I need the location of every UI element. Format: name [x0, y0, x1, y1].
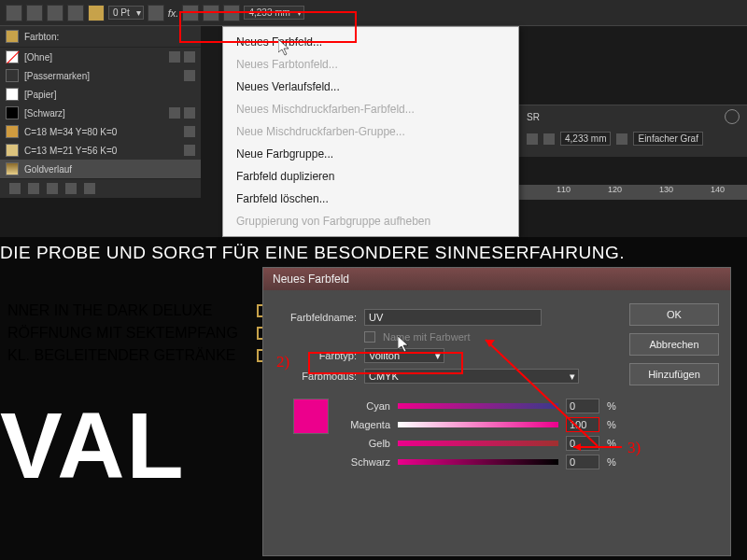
- annotation-2: 2): [276, 353, 289, 371]
- yellow-value[interactable]: 0: [566, 436, 599, 451]
- tool-icon[interactable]: [616, 133, 627, 145]
- black-swatch-icon: [6, 106, 19, 119]
- black-value[interactable]: 0: [566, 455, 599, 469]
- swatch-name: C=13 M=21 Y=56 K=0: [24, 146, 117, 156]
- edit-icon[interactable]: [169, 51, 180, 63]
- swatch-name: [Schwarz]: [24, 108, 65, 119]
- add-button[interactable]: Hinzufügen: [629, 363, 719, 385]
- dialog-title: Neues Farbfeld: [263, 268, 730, 290]
- search-icon[interactable]: [725, 109, 740, 124]
- swatch-row-cmyk2[interactable]: C=13 M=21 Y=56 K=0: [0, 141, 201, 160]
- tool-icon[interactable]: [6, 5, 22, 21]
- swatches-panel: Farbton: [Ohne] [Passermarken] [Papier] …: [0, 26, 201, 198]
- tool-icon[interactable]: [26, 5, 43, 21]
- name-with-value-checkbox[interactable]: [364, 331, 375, 343]
- magenta-value[interactable]: 100: [566, 417, 599, 432]
- swatch-row-gold[interactable]: Goldverlauf: [0, 160, 201, 178]
- swatch-name: Goldverlauf: [24, 164, 72, 175]
- ok-button[interactable]: OK: [629, 303, 719, 326]
- type-icon[interactable]: [184, 107, 195, 119]
- list-item: NNER IN THE DARK DELUXE: [7, 302, 212, 319]
- ruler-tick: 120: [571, 185, 622, 200]
- menu-new-tint: Neues Farbtonfeld...: [223, 53, 518, 76]
- tool-icon[interactable]: [543, 133, 555, 145]
- colormode-label: Farbmodus:: [275, 371, 357, 382]
- tool-icon[interactable]: [223, 5, 240, 21]
- edit-icon[interactable]: [169, 107, 180, 119]
- headline-text: DIE PROBE UND SORGT FÜR EINE BESONDERE S…: [0, 243, 747, 263]
- top-toolbar: 0 Pt fx. 4,233 mm: [0, 0, 747, 26]
- fx-icon[interactable]: [182, 5, 199, 21]
- stroke-weight-field[interactable]: 0 Pt: [108, 6, 144, 20]
- menu-new-group[interactable]: Neue Farbgruppe...: [223, 143, 518, 165]
- swatch-name: [Ohne]: [24, 52, 52, 63]
- tool-icon[interactable]: [47, 5, 63, 21]
- swatch-icon: [6, 125, 19, 138]
- horizontal-ruler: 110 120 130 140: [519, 185, 747, 200]
- ruler-tick: 140: [673, 185, 725, 200]
- cancel-button[interactable]: Abbrechen: [629, 333, 719, 356]
- ruler-tick: 110: [519, 185, 571, 200]
- trash-icon[interactable]: [84, 183, 95, 194]
- ruler-tick: 130: [622, 185, 673, 200]
- color-preview: [293, 399, 329, 434]
- menu-ungroup: Gruppierung von Farbgruppe aufheben: [223, 210, 518, 232]
- swatch-name: C=18 M=34 Y=80 K=0: [24, 127, 117, 137]
- swatch-name: [Papier]: [24, 90, 56, 100]
- none-swatch-icon: [6, 50, 19, 63]
- gradient-swatch-icon: [6, 162, 19, 175]
- registration-icon: [6, 69, 19, 82]
- menu-new-swatch[interactable]: Neues Farbfeld...: [223, 31, 518, 53]
- paper-swatch-icon: [6, 88, 19, 101]
- name-with-value-label: Name mit Farbwert: [383, 331, 471, 343]
- new-folder-icon[interactable]: [47, 183, 58, 194]
- magenta-slider[interactable]: [398, 422, 558, 427]
- yellow-label: Gelb: [338, 438, 390, 449]
- cursor-icon: [278, 39, 291, 56]
- new-swatch-dialog: Neues Farbfeld Farbfeldname: Name mit Fa…: [262, 267, 731, 556]
- menu-delete[interactable]: Farbfeld löschen...: [223, 188, 518, 210]
- new-swatch-icon[interactable]: [65, 183, 77, 194]
- preset-field[interactable]: Einfacher Graf: [633, 132, 702, 146]
- cursor-icon: [398, 336, 411, 353]
- type-icon[interactable]: [184, 51, 195, 63]
- swatch-row-none[interactable]: [Ohne]: [0, 48, 201, 66]
- tool-icon[interactable]: [203, 5, 219, 21]
- magenta-label: Magenta: [338, 419, 390, 430]
- cyan-label: Cyan: [338, 400, 390, 412]
- tint-label: Farbton:: [24, 32, 59, 42]
- swatches-header: Farbton:: [0, 26, 201, 48]
- swatches-footer: [0, 178, 201, 198]
- swatch-icon: [6, 144, 19, 157]
- size-field-2[interactable]: 4,233 mm: [560, 132, 611, 146]
- type-icon[interactable]: [184, 145, 195, 156]
- menu-new-mixed-group: Neue Mischdruckfarben-Gruppe...: [223, 120, 518, 143]
- type-icon[interactable]: [184, 126, 195, 137]
- swatch-row-registration[interactable]: [Passermarken]: [0, 66, 201, 85]
- tool-icon[interactable]: [527, 133, 538, 145]
- swatch-row-black[interactable]: [Schwarz]: [0, 104, 201, 122]
- menu-new-gradient[interactable]: Neues Verlaufsfeld...: [223, 76, 518, 98]
- cyan-value[interactable]: 0: [566, 399, 599, 413]
- footer-icon[interactable]: [9, 183, 21, 194]
- list-item: RÖFFNUNG MIT SEKTEMPFANG: [7, 325, 238, 342]
- yellow-slider[interactable]: [398, 441, 558, 446]
- right-toolbar: SR 4,233 mm Einfacher Graf: [519, 105, 747, 157]
- type-icon[interactable]: [184, 70, 195, 81]
- size-field[interactable]: 4,233 mm: [244, 6, 303, 20]
- menu-duplicate[interactable]: Farbfeld duplizieren: [223, 165, 518, 188]
- footer-icon[interactable]: [28, 183, 39, 194]
- colormode-select[interactable]: CMYK: [364, 369, 579, 384]
- cyan-slider[interactable]: [398, 403, 558, 409]
- swatch-name: [Passermarken]: [24, 71, 90, 81]
- tool-icon[interactable]: [148, 5, 164, 21]
- tool-icon[interactable]: [67, 5, 84, 21]
- black-label: Schwarz: [338, 456, 390, 468]
- black-slider[interactable]: [398, 459, 558, 465]
- sr-label: SR: [527, 112, 540, 122]
- swatch-row-paper[interactable]: [Papier]: [0, 85, 201, 104]
- swatch-name-input[interactable]: [364, 309, 542, 326]
- gold-swatch-icon[interactable]: [88, 5, 105, 21]
- swatch-row-cmyk1[interactable]: C=18 M=34 Y=80 K=0: [0, 122, 201, 141]
- fill-swatch-icon[interactable]: [6, 30, 19, 43]
